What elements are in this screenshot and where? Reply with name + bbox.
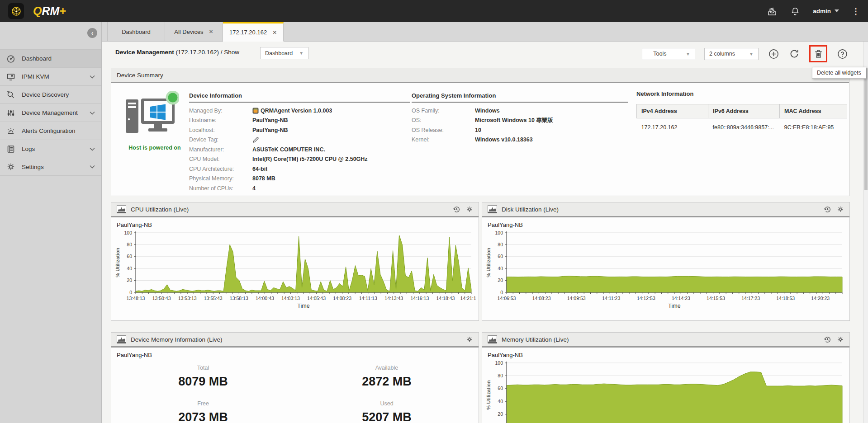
info-label: Kernel: — [412, 136, 475, 143]
user-menu[interactable]: admin — [813, 8, 839, 14]
widget-settings-gear-icon[interactable] — [837, 206, 844, 213]
info-label: Hostname: — [189, 117, 252, 123]
svg-text:100: 100 — [124, 230, 132, 235]
panel-title: Device Summary — [117, 72, 163, 79]
info-value: 8078 MB — [252, 175, 275, 182]
disk-utilization-widget: Disk Utilization (Live) PaulYang-NB 0204… — [482, 202, 850, 321]
columns-select[interactable]: 2 columns ▼ — [704, 48, 759, 60]
info-value: 10 — [475, 127, 481, 133]
host-label: PaulYang-NB — [111, 348, 479, 358]
refresh-button[interactable] — [788, 48, 800, 60]
delete-all-widgets-button[interactable] — [812, 48, 824, 60]
sidebar-item-ipmi-kvm[interactable]: IPMI KVM — [0, 67, 101, 85]
network-table: IPv4 Address IPv6 Address MAC Address 17… — [636, 104, 847, 132]
svg-text:20: 20 — [127, 277, 132, 283]
memory-utilization-widget: Memory Utilization (Live) PaulYang-NB 02… — [482, 332, 850, 423]
sidebar-item-alerts-configuration[interactable]: Alerts Configuration — [0, 122, 101, 140]
device-visual: Host is powered on — [123, 91, 186, 151]
sidebar-item-device-discovery[interactable]: Device Discovery — [0, 85, 101, 103]
memory-free-label: Free — [111, 400, 295, 407]
view-select-value: Dashboard — [265, 50, 293, 56]
add-widget-button[interactable] — [768, 48, 779, 60]
svg-text:60: 60 — [498, 385, 503, 391]
svg-text:80: 80 — [498, 373, 503, 378]
info-value: Microsoft Windows 10 專業版 — [475, 117, 553, 124]
tab-device-172-17-20-162[interactable]: 172.17.20.162 ✕ — [223, 22, 284, 42]
info-row: Device Tag: — [189, 135, 410, 145]
alert-beacon-icon — [6, 127, 15, 136]
svg-text:14:21:13: 14:21:13 — [460, 296, 476, 301]
svg-text:60: 60 — [127, 254, 132, 259]
info-value: Windows v10.0.18363 — [475, 136, 533, 143]
power-status: Host is powered on — [123, 145, 186, 151]
chevron-down-icon: ▼ — [293, 51, 304, 56]
history-icon[interactable] — [824, 336, 831, 343]
more-options-icon[interactable]: ⋮ — [852, 6, 860, 16]
info-label: Manufacturer: — [189, 146, 252, 153]
notifications-bell-icon[interactable] — [790, 6, 800, 16]
vertical-scrollbar[interactable] — [863, 42, 868, 423]
info-value: ASUSTeK COMPUTER INC. — [252, 146, 325, 153]
cpu-utilization-chart: 02040608010013:48:1313:50:4313:53:1313:5… — [114, 229, 476, 318]
memory-free-value: 2073 MB — [111, 410, 295, 423]
sidebar-item-logs[interactable]: Logs — [0, 140, 101, 158]
tab-close-icon[interactable]: ✕ — [209, 28, 213, 35]
tools-select[interactable]: Tools ▼ — [642, 48, 695, 60]
network-information-section: Network Information IPv4 Address IPv6 Ad… — [636, 90, 847, 132]
memory-total-label: Total — [111, 365, 295, 371]
svg-text:0: 0 — [500, 290, 503, 295]
area-chart-icon — [488, 205, 497, 214]
info-row: Hostname: PaulYang-NB — [189, 116, 410, 126]
sidebar-item-settings[interactable]: Settings — [0, 158, 101, 176]
widget-title: Disk Utilization (Live) — [502, 206, 559, 213]
help-button[interactable] — [836, 48, 848, 60]
device-summary-header: Device Summary — [111, 68, 849, 83]
cpu-utilization-widget: CPU Utilization (Live) PaulYang-NB 02040… — [111, 202, 479, 321]
qrm-agent-icon — [252, 108, 259, 114]
view-select[interactable]: Dashboard ▼ — [260, 47, 308, 59]
svg-text:14:12:53: 14:12:53 — [637, 296, 655, 301]
svg-text:14:11:23: 14:11:23 — [602, 296, 620, 301]
audit-log-icon[interactable] — [767, 6, 778, 17]
history-icon[interactable] — [824, 206, 831, 213]
sidebar-item-device-management[interactable]: Device Management — [0, 103, 101, 122]
info-value: Intel(R) Core(TM) i5-7200U CPU @ 2.50GHz — [252, 156, 368, 162]
svg-text:% Utilization: % Utilization — [115, 248, 120, 277]
device-information-section: Device Information Managed By: QRMAgent … — [189, 92, 410, 193]
sidebar-item-dashboard[interactable]: Dashboard — [0, 49, 101, 67]
memory-available: Available 2872 MB — [295, 365, 479, 389]
edit-pencil-icon[interactable] — [252, 136, 259, 143]
device-memory-info-widget: Device Memory Information (Live) PaulYan… — [111, 332, 479, 423]
svg-text:14:18:53: 14:18:53 — [776, 296, 795, 301]
section-title: Network Information — [636, 90, 847, 100]
chevron-down-icon: ▼ — [743, 52, 754, 56]
widget-settings-gear-icon[interactable] — [466, 336, 473, 343]
scrollbar-thumb[interactable] — [864, 68, 868, 190]
tab-all-devices[interactable]: All Devices ✕ — [165, 22, 223, 41]
svg-text:14:15:53: 14:15:53 — [707, 296, 725, 301]
sidebar-collapse-button[interactable]: ‹ — [87, 28, 97, 38]
tab-label: 172.17.20.162 — [229, 29, 267, 36]
info-row: OS: Microsoft Windows 10 專業版 — [412, 116, 628, 126]
memory-available-value: 2872 MB — [295, 375, 479, 389]
user-name: admin — [813, 8, 831, 14]
memory-used-label: Used — [295, 400, 479, 407]
sidebar: ‹ Dashboard IPMI KVM Device Di — [0, 22, 102, 423]
history-icon[interactable] — [453, 206, 460, 213]
info-label: Number of CPUs: — [189, 185, 252, 192]
info-label: OS: — [412, 117, 475, 123]
svg-text:20: 20 — [498, 277, 503, 283]
mac-value: 9C:EB:E8:18:AE:95 — [780, 118, 847, 133]
chevron-down-icon: ▼ — [679, 52, 690, 56]
widget-header: Device Memory Information (Live) — [111, 333, 479, 348]
tab-close-icon[interactable]: ✕ — [272, 29, 277, 36]
svg-text:14:00:43: 14:00:43 — [256, 296, 274, 301]
sliders-icon — [6, 108, 15, 118]
widget-settings-gear-icon[interactable] — [837, 336, 844, 343]
widget-settings-gear-icon[interactable] — [466, 206, 473, 213]
tab-dashboard[interactable]: Dashboard — [107, 22, 165, 41]
area-chart-icon — [117, 205, 126, 214]
page-title: Device Management (172.17.20.162) / Show — [115, 49, 239, 56]
info-row: Kernel: Windows v10.0.18363 — [412, 135, 628, 145]
area-chart-icon — [488, 335, 497, 344]
